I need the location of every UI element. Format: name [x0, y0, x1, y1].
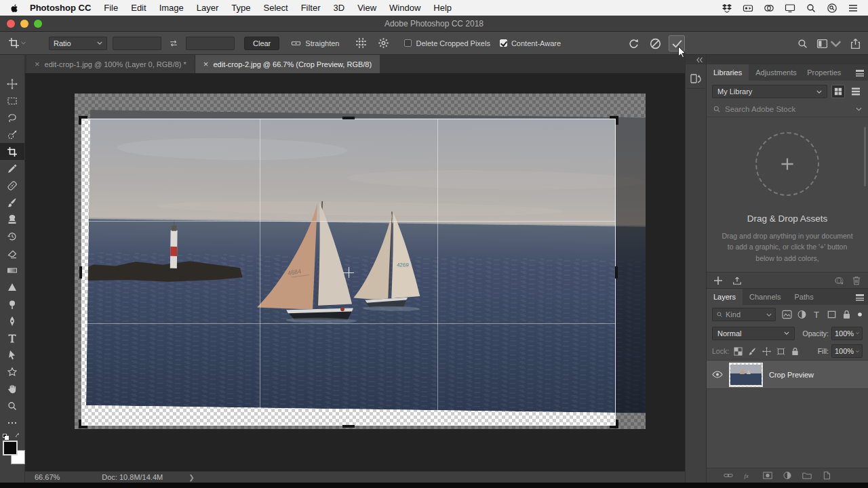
crop-handle-top[interactable]: [342, 117, 355, 119]
menu-item-window[interactable]: Window: [389, 3, 420, 13]
path-selection-tool[interactable]: [0, 346, 24, 363]
layer-mask-icon[interactable]: [763, 471, 772, 480]
filter-smart-object-icon[interactable]: [842, 310, 852, 319]
crop-handle-right[interactable]: [615, 266, 618, 279]
close-tab-icon[interactable]: ×: [35, 60, 40, 68]
document-canvas[interactable]: 4684 4269: [75, 94, 646, 429]
tab-libraries[interactable]: Libraries: [707, 64, 749, 81]
lock-brush-icon[interactable]: [748, 347, 757, 356]
pen-tool[interactable]: [0, 312, 24, 329]
menu-item-file[interactable]: File: [104, 3, 118, 13]
link-icon[interactable]: [724, 471, 733, 480]
menu-list-icon[interactable]: [848, 3, 859, 14]
creative-cloud-icon[interactable]: [764, 3, 774, 14]
apple-menu-icon[interactable]: [9, 3, 19, 14]
menu-item-layer[interactable]: Layer: [197, 3, 219, 13]
filter-type-icon[interactable]: T: [812, 310, 822, 319]
document-tab-2[interactable]: × edit-crop-2.jpg @ 66.7% (Crop Preview,…: [195, 55, 380, 73]
blend-mode-select[interactable]: Normal: [712, 327, 795, 340]
crop-box[interactable]: [81, 119, 616, 426]
tab-properties[interactable]: Properties: [800, 64, 848, 81]
search-icon[interactable]: [797, 38, 808, 49]
type-tool[interactable]: [0, 329, 24, 346]
filter-adjustment-icon[interactable]: [797, 310, 807, 319]
workspace-switcher[interactable]: [816, 38, 842, 49]
ratio-select[interactable]: Ratio: [49, 37, 107, 50]
opacity-field[interactable]: 100%: [831, 327, 863, 340]
filter-toggle-icon[interactable]: [857, 312, 863, 317]
quick-selection-tool[interactable]: [0, 126, 24, 143]
crop-height-field[interactable]: [186, 37, 235, 50]
menu-item-type[interactable]: Type: [231, 3, 250, 13]
healing-brush-tool[interactable]: [0, 177, 24, 194]
layer-thumbnail[interactable]: [729, 363, 763, 387]
commit-crop-icon[interactable]: [669, 35, 685, 52]
dropbox-icon[interactable]: [722, 3, 732, 14]
eyedropper-tool[interactable]: [0, 160, 24, 177]
delete-layer-icon[interactable]: [842, 471, 851, 480]
swap-colors-icon[interactable]: [15, 432, 22, 439]
marquee-tool[interactable]: [0, 92, 24, 109]
expand-panels-icon[interactable]: [696, 57, 703, 63]
new-layer-icon[interactable]: [822, 471, 831, 480]
crop-handle-top-left[interactable]: [79, 116, 87, 125]
minimize-window-button[interactable]: [20, 20, 28, 28]
delete-icon[interactable]: [852, 276, 861, 285]
tab-channels[interactable]: Channels: [743, 289, 787, 305]
display-icon[interactable]: [785, 3, 795, 14]
canvas-area[interactable]: 4684 4269: [25, 73, 685, 471]
menu-item-photoshop-cc[interactable]: Photoshop CC: [30, 3, 91, 13]
zoom-level[interactable]: 66.67%: [35, 473, 60, 481]
move-tool[interactable]: [0, 75, 24, 92]
foreground-color-swatch[interactable]: [3, 441, 18, 455]
lasso-tool[interactable]: [0, 109, 24, 126]
crop-tool[interactable]: [0, 143, 24, 160]
grid-view-icon[interactable]: [831, 85, 845, 98]
clone-stamp-tool[interactable]: [0, 211, 24, 228]
tool-preset-button[interactable]: [8, 35, 31, 52]
history-brush-tool[interactable]: [0, 228, 24, 245]
tab-paths[interactable]: Paths: [788, 289, 821, 305]
dodge-tool[interactable]: [0, 296, 24, 312]
clear-button[interactable]: Clear: [244, 37, 279, 50]
menu-item-edit[interactable]: Edit: [131, 3, 146, 13]
blur-tool[interactable]: [0, 279, 24, 296]
upload-icon[interactable]: [732, 276, 742, 285]
tab-adjustments[interactable]: Adjustments: [749, 64, 800, 81]
reset-crop-icon[interactable]: [625, 35, 642, 52]
menu-item-image[interactable]: Image: [159, 3, 184, 13]
scrollbar-thumb[interactable]: [864, 127, 866, 186]
crop-handle-left[interactable]: [79, 266, 82, 279]
close-window-button[interactable]: [7, 20, 15, 28]
hand-tool[interactable]: [0, 380, 24, 397]
add-icon[interactable]: [713, 276, 723, 285]
menu-item-filter[interactable]: Filter: [301, 3, 321, 13]
panel-menu-icon[interactable]: [856, 70, 864, 77]
zoom-tool[interactable]: [0, 397, 24, 414]
zoom-window-button[interactable]: [34, 20, 42, 28]
layer-visibility-icon[interactable]: [712, 371, 723, 378]
list-view-icon[interactable]: [849, 85, 863, 98]
eraser-tool[interactable]: [0, 245, 24, 262]
sync-icon[interactable]: [834, 276, 844, 285]
layer-filter-select[interactable]: Kind: [712, 308, 776, 321]
straighten-button[interactable]: Straighten: [290, 39, 339, 48]
crop-width-field[interactable]: [113, 37, 161, 50]
fx-icon[interactable]: fx: [743, 471, 753, 480]
drop-target-circle[interactable]: [755, 132, 819, 196]
library-select[interactable]: My Library: [712, 85, 827, 98]
screen-recording-icon[interactable]: [743, 3, 753, 14]
grid-overlay-icon[interactable]: [355, 37, 367, 49]
default-colors-icon[interactable]: [3, 434, 9, 441]
content-aware-checkbox[interactable]: Content-Aware: [500, 39, 561, 47]
lock-artboard-icon[interactable]: [776, 347, 785, 356]
share-icon[interactable]: [850, 38, 861, 49]
crop-handle-top-right[interactable]: [610, 116, 618, 125]
lock-move-icon[interactable]: [762, 347, 771, 356]
history-panel-icon[interactable]: [687, 68, 705, 89]
gear-icon[interactable]: [378, 37, 389, 49]
fill-field[interactable]: 100%: [831, 344, 863, 358]
menu-item-select[interactable]: Select: [263, 3, 288, 13]
swap-dimensions-icon[interactable]: [168, 39, 179, 48]
delete-cropped-pixels-checkbox[interactable]: Delete Cropped Pixels: [404, 39, 490, 47]
